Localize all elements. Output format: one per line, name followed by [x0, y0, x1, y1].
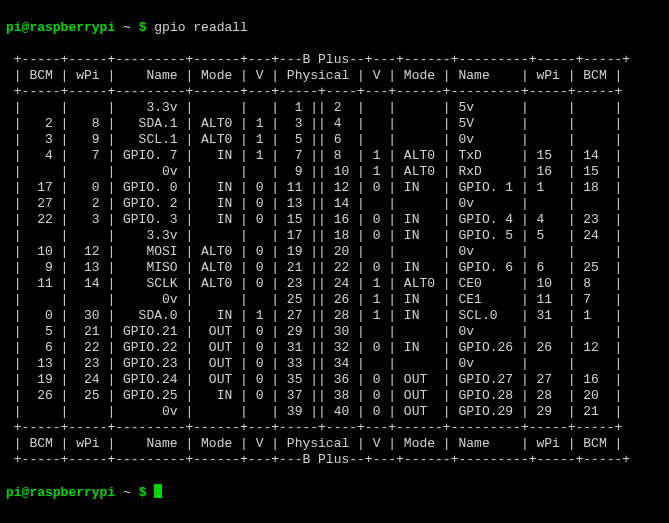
- command-output: +-----+-----+---------+------+---+---B P…: [6, 52, 663, 468]
- table-row: | 11 | 14 | SCLK | ALT0 | 0 | 23 || 24 |…: [6, 276, 663, 292]
- table-header: | BCM | wPi | Name | Mode | V | Physical…: [6, 68, 663, 84]
- table-row: | 5 | 21 | GPIO.21 | OUT | 0 | 29 || 30 …: [6, 324, 663, 340]
- table-row: | | | 0v | | | 9 || 10 | 1 | ALT0 | RxD …: [6, 164, 663, 180]
- table-row: | 2 | 8 | SDA.1 | ALT0 | 1 | 3 || 4 | | …: [6, 116, 663, 132]
- table-row: | 6 | 22 | GPIO.22 | OUT | 0 | 31 || 32 …: [6, 340, 663, 356]
- prompt-dollar: $: [139, 485, 147, 500]
- table-row: | 26 | 25 | GPIO.25 | IN | 0 | 37 || 38 …: [6, 388, 663, 404]
- prompt-user: pi@raspberrypi: [6, 20, 115, 35]
- terminal[interactable]: pi@raspberrypi ~ $ gpio readall +-----+-…: [0, 0, 669, 521]
- table-row: | 10 | 12 | MOSI | ALT0 | 0 | 19 || 20 |…: [6, 244, 663, 260]
- table-row: | 4 | 7 | GPIO. 7 | IN | 1 | 7 || 8 | 1 …: [6, 148, 663, 164]
- prompt-dollar: $: [139, 20, 147, 35]
- prompt-line-1: pi@raspberrypi ~ $ gpio readall: [6, 20, 663, 36]
- prompt-path: ~: [123, 20, 131, 35]
- table-row: | 3 | 9 | SCL.1 | ALT0 | 1 | 5 || 6 | | …: [6, 132, 663, 148]
- table-row: +-----+-----+---------+------+---+-----+…: [6, 420, 663, 436]
- table-row: | | | 3.3v | | | 17 || 18 | 0 | IN | GPI…: [6, 228, 663, 244]
- table-row: | 17 | 0 | GPIO. 0 | IN | 0 | 11 || 12 |…: [6, 180, 663, 196]
- table-row: | | | 3.3v | | | 1 || 2 | | | 5v | | |: [6, 100, 663, 116]
- table-row: | 0 | 30 | SDA.0 | IN | 1 | 27 || 28 | 1…: [6, 308, 663, 324]
- table-row: | 13 | 23 | GPIO.23 | OUT | 0 | 33 || 34…: [6, 356, 663, 372]
- table-row: | 19 | 24 | GPIO.24 | OUT | 0 | 35 || 36…: [6, 372, 663, 388]
- table-row: | 9 | 13 | MISO | ALT0 | 0 | 21 || 22 | …: [6, 260, 663, 276]
- table-border: +-----+-----+---------+------+---+---B P…: [6, 452, 663, 468]
- prompt-user: pi@raspberrypi: [6, 485, 115, 500]
- table-row: +-----+-----+---------+------+---+-----+…: [6, 84, 663, 100]
- command-text: gpio readall: [154, 20, 248, 35]
- table-header: | BCM | wPi | Name | Mode | V | Physical…: [6, 436, 663, 452]
- prompt-line-2[interactable]: pi@raspberrypi ~ $: [6, 484, 663, 501]
- table-row: | 27 | 2 | GPIO. 2 | IN | 0 | 13 || 14 |…: [6, 196, 663, 212]
- table-row: | 22 | 3 | GPIO. 3 | IN | 0 | 15 || 16 |…: [6, 212, 663, 228]
- table-row: | | | 0v | | | 39 || 40 | 0 | OUT | GPIO…: [6, 404, 663, 420]
- table-border: +-----+-----+---------+------+---+---B P…: [6, 52, 663, 68]
- table-row: | | | 0v | | | 25 || 26 | 1 | IN | CE1 |…: [6, 292, 663, 308]
- cursor-block-icon: [154, 484, 162, 498]
- prompt-path: ~: [123, 485, 131, 500]
